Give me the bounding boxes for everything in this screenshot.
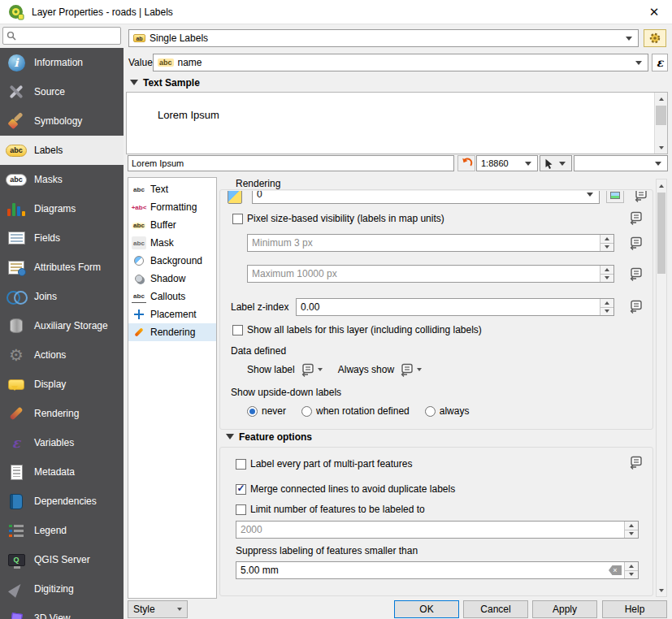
- tab-buffer[interactable]: abcBuffer: [128, 216, 216, 234]
- scroll-down-icon[interactable]: [655, 141, 667, 154]
- pixel-visibility-row: Pixel size-based visibility (labels in m…: [232, 212, 444, 225]
- section-collapse-icon[interactable]: [130, 80, 138, 85]
- tab-callouts[interactable]: abcCallouts: [128, 288, 216, 305]
- qgis-logo-icon: [8, 4, 24, 20]
- sidebar-item-fields[interactable]: Fields: [0, 223, 124, 253]
- tab-text[interactable]: abcText: [128, 180, 216, 198]
- spinner-arrows[interactable]: [600, 266, 613, 282]
- sidebar-item-symbology[interactable]: Symbology: [0, 106, 124, 136]
- preview-background-combo[interactable]: [574, 155, 668, 171]
- apply-button[interactable]: Apply: [532, 600, 597, 618]
- sidebar-item-actions[interactable]: ⚙Actions: [0, 340, 124, 370]
- z-index-value: 0.00: [297, 301, 600, 313]
- spinner-arrows[interactable]: [624, 522, 638, 538]
- data-defined-override-button[interactable]: [632, 191, 648, 202]
- limit-features-value: 2000: [236, 524, 624, 535]
- sidebar-item-joins[interactable]: Joins: [0, 282, 124, 311]
- automated-placement-settings-button[interactable]: [644, 29, 666, 47]
- sidebar-item-digitizing[interactable]: Digitizing: [0, 574, 124, 604]
- section-collapse-icon[interactable]: [226, 434, 234, 439]
- sample-text-input[interactable]: [128, 155, 454, 171]
- label-every-part-checkbox[interactable]: [236, 459, 246, 470]
- show-all-labels-checkbox[interactable]: [232, 325, 243, 335]
- data-defined-override-button[interactable]: [299, 363, 315, 377]
- data-defined-override-button[interactable]: [627, 456, 644, 470]
- help-button[interactable]: Help: [602, 600, 667, 618]
- limit-features-spinner[interactable]: 2000: [236, 521, 639, 539]
- minimum-pixel-size-spinner[interactable]: Minimum 3 px: [247, 234, 614, 252]
- tab-mask[interactable]: abcMask: [128, 234, 216, 252]
- chevron-down-icon: [635, 61, 642, 65]
- sidebar-item-source[interactable]: Source: [0, 77, 124, 106]
- tab-shadow[interactable]: Shadow: [128, 270, 216, 288]
- sidebar-item-label: Attributes Form: [34, 262, 101, 273]
- minimum-pixel-value: Minimum 3 px: [248, 237, 600, 249]
- sidebar-item-rendering[interactable]: Rendering: [0, 399, 124, 428]
- close-button[interactable]: ✕: [644, 3, 664, 21]
- sidebar-item-metadata[interactable]: Metadata: [0, 457, 124, 487]
- scroll-down-icon[interactable]: [657, 584, 666, 596]
- spinner-arrows[interactable]: [600, 299, 613, 315]
- data-defined-override-button[interactable]: [627, 211, 644, 225]
- sidebar-item-qgis-server[interactable]: QQGIS Server: [0, 545, 124, 574]
- tab-rendering[interactable]: Rendering: [128, 323, 216, 341]
- spinner-arrows[interactable]: [624, 562, 638, 578]
- sidebar-item-display[interactable]: Display: [0, 370, 124, 399]
- scroll-up-icon[interactable]: [655, 93, 667, 105]
- sidebar-search-box[interactable]: [2, 27, 121, 45]
- minimum-scale-combo[interactable]: 0: [252, 191, 600, 204]
- map-cursor-tool-button[interactable]: [540, 155, 572, 171]
- suppress-size-spinner[interactable]: 5.00 mm ×: [236, 561, 639, 579]
- background-tab-icon: [132, 254, 146, 267]
- label-every-part-label: Label every part of multi-part features: [250, 458, 412, 470]
- expression-builder-button[interactable]: ε: [652, 54, 668, 71]
- z-index-spinner[interactable]: 0.00: [296, 298, 614, 316]
- ok-button[interactable]: OK: [394, 600, 459, 618]
- preview-scale-combo[interactable]: 1:8860: [476, 155, 538, 171]
- data-defined-override-button[interactable]: [627, 267, 644, 281]
- sidebar-item-information[interactable]: iInformation: [0, 48, 124, 77]
- sidebar-item-attributes-form[interactable]: Attributes Form: [0, 253, 124, 282]
- tab-placement[interactable]: Placement: [128, 305, 216, 323]
- tab-label: Rendering: [150, 327, 195, 338]
- tab-background[interactable]: Background: [128, 252, 216, 270]
- sidebar-item-label: Fields: [34, 232, 60, 244]
- tab-formatting[interactable]: +ab<Formatting: [128, 198, 216, 216]
- radio-always[interactable]: [425, 406, 436, 417]
- sidebar-item-dependencies[interactable]: Dependencies: [0, 487, 124, 516]
- cancel-button[interactable]: Cancel: [463, 600, 528, 618]
- labeling-mode-combo[interactable]: ab Single Labels: [128, 29, 639, 47]
- reset-sample-button[interactable]: [457, 155, 475, 171]
- sidebar-item-masks[interactable]: abcMasks: [0, 165, 124, 194]
- merge-lines-checkbox[interactable]: [236, 484, 246, 495]
- spinner-arrows[interactable]: [600, 235, 613, 251]
- sidebar-item-auxiliary-storage[interactable]: Auxiliary Storage: [0, 311, 124, 340]
- scrollbar-thumb[interactable]: [656, 106, 666, 125]
- sidebar-item-diagrams[interactable]: Diagrams: [0, 194, 124, 223]
- sidebar-item-legend[interactable]: Legend: [0, 516, 124, 545]
- show-label-label: Show label: [247, 364, 295, 375]
- sidebar-item-3d-view[interactable]: 3D View: [0, 604, 124, 619]
- radio-when-rotation-defined[interactable]: [301, 406, 312, 417]
- field-type-text-icon: abc: [158, 58, 174, 67]
- style-menu-button[interactable]: Style: [128, 600, 188, 618]
- sidebar-search-input[interactable]: [20, 31, 117, 41]
- sidebar-item-labels[interactable]: abcLabels: [0, 136, 124, 165]
- preview-scrollbar[interactable]: [654, 93, 667, 154]
- data-defined-override-button[interactable]: [627, 236, 644, 250]
- set-to-canvas-scale-button[interactable]: [606, 191, 624, 203]
- formatting-tab-icon: +ab<: [132, 201, 146, 214]
- data-defined-override-button[interactable]: [627, 300, 644, 314]
- scrollbar-thumb[interactable]: [657, 193, 665, 274]
- radio-never[interactable]: [247, 406, 258, 417]
- data-defined-override-button[interactable]: [398, 363, 414, 377]
- scroll-up-icon[interactable]: [657, 180, 666, 192]
- maximum-pixel-size-spinner[interactable]: Maximum 10000 px: [247, 265, 614, 283]
- clear-value-icon[interactable]: ×: [609, 565, 622, 575]
- pixel-visibility-checkbox[interactable]: [232, 214, 243, 224]
- limit-features-checkbox[interactable]: [236, 504, 246, 515]
- rendering-panel-scrollbar[interactable]: [656, 179, 667, 597]
- sidebar-item-variables[interactable]: εVariables: [0, 428, 124, 457]
- data-defined-label: Data defined: [231, 345, 286, 357]
- value-field-combo[interactable]: abc name: [153, 54, 648, 71]
